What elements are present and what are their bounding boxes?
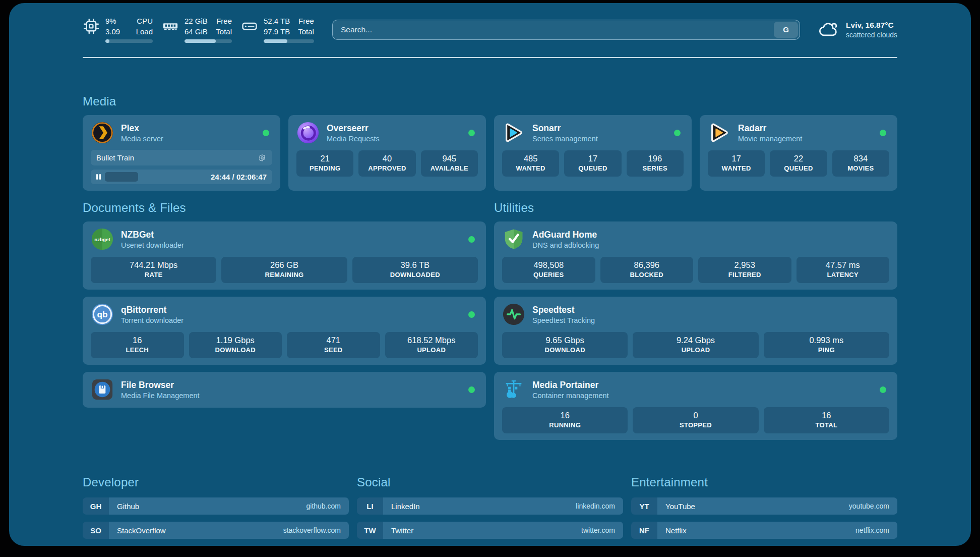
service-card-speedtest[interactable]: SpeedtestSpeedtest Tracking9.65 GbpsDOWN… [494, 297, 897, 365]
weather-location-temp: Lviv, 16.87°C [846, 21, 897, 30]
service-description: Media Requests [327, 135, 380, 143]
stat-label: TOTAL [767, 421, 886, 429]
service-card-sonarr[interactable]: SonarrSeries management485WANTED17QUEUED… [494, 115, 692, 191]
gear-icon[interactable] [258, 153, 267, 162]
stat-queued: 22QUEUED [770, 150, 827, 177]
bookmark-group-title: Developer [83, 475, 349, 489]
service-titles: SonarrSeries management [532, 123, 598, 143]
service-name: Overseerr [327, 123, 380, 134]
service-card-file-browser[interactable]: File BrowserMedia File Management [83, 372, 486, 408]
stat-label: QUEUED [773, 164, 824, 172]
service-name: Speedtest [532, 305, 595, 315]
ram-total-label: Total [216, 27, 232, 37]
bookmark-youtube[interactable]: YTYouTubeyoutube.com [631, 497, 897, 515]
bookmark-twitter[interactable]: TWTwittertwitter.com [357, 522, 623, 539]
stat-stopped: 0STOPPED [633, 407, 758, 433]
stat-upload: 9.24 GbpsUPLOAD [633, 332, 758, 358]
now-playing-bar[interactable]: Bullet Train [91, 150, 272, 165]
stat-label: WANTED [505, 164, 556, 172]
stat-downloaded: 39.6 TBDOWNLOADED [352, 257, 478, 283]
stat-value: 17 [711, 154, 762, 163]
service-card-media-portainer[interactable]: Media PortainerContainer management16RUN… [494, 372, 897, 440]
portainer-icon [502, 378, 525, 401]
stat-value: 0 [636, 411, 755, 420]
stat-latency: 47.57 msLATENCY [797, 257, 890, 283]
stat-series: 196SERIES [627, 150, 684, 177]
disk-progress-bar [264, 39, 314, 43]
service-card-radarr[interactable]: RadarrMovie management17WANTED22QUEUED83… [700, 115, 897, 191]
service-header: AdGuard HomeDNS and adblocking [502, 228, 889, 251]
cpu-stats: 9%3.09 CPULoad [83, 16, 153, 43]
system-resources: 9%3.09 CPULoad 22 GiB64 GiB FreeTotal [83, 16, 314, 43]
stat-label: DOWNLOAD [505, 346, 625, 354]
service-header: PlexMedia server [91, 121, 272, 144]
status-indicator [674, 130, 681, 136]
bookmark-stackoverflow[interactable]: SOStackOverflowstackoverflow.com [83, 522, 349, 539]
bookmark-url: twitter.com [581, 526, 615, 534]
service-header: File BrowserMedia File Management [91, 378, 478, 401]
stat-value: 39.6 TB [355, 260, 475, 270]
service-card-nzbget[interactable]: nzbgetNZBGetUsenet downloader744.21 Mbps… [83, 221, 486, 290]
stat-value: 22 [773, 154, 824, 163]
stat-value: 1.19 Gbps [192, 336, 279, 345]
stat-value: 86,396 [603, 260, 691, 270]
bookmark-name: Netflix [665, 526, 687, 535]
disk-stats: 52.4 TB97.9 TB FreeTotal [241, 16, 314, 43]
cpu-progress-bar [105, 39, 153, 43]
stat-label: LEECH [94, 346, 181, 354]
bookmark-name: Github [117, 502, 139, 511]
bookmark-group-title: Social [357, 475, 623, 489]
service-header: OverseerrMedia Requests [296, 121, 478, 144]
weather-widget[interactable]: Lviv, 16.87°C scattered clouds [818, 19, 897, 40]
overseerr-icon [296, 121, 320, 144]
status-indicator [468, 386, 475, 393]
stat-value: 16 [94, 336, 181, 345]
stat-label: BLOCKED [603, 271, 691, 278]
bookmark-netflix[interactable]: NFNetflixnetflix.com [631, 522, 897, 539]
weather-condition: scattered clouds [846, 31, 897, 39]
stat-value: 16 [767, 411, 886, 420]
bookmark-abbr: TW [357, 522, 383, 539]
stat-label: DOWNLOAD [192, 346, 279, 354]
search-provider-button[interactable]: G [774, 22, 798, 38]
service-description: Movie management [738, 135, 802, 143]
sonarr-icon [502, 121, 525, 144]
stat-blocked: 86,396BLOCKED [600, 257, 694, 283]
service-description: Media File Management [121, 392, 200, 400]
service-description: Torrent downloader [121, 316, 183, 324]
stat-approved: 40APPROVED [358, 150, 415, 177]
service-name: qBittorrent [121, 305, 183, 315]
service-card-plex[interactable]: PlexMedia serverBullet Train24:44 / 02:0… [83, 115, 280, 191]
service-card-qbittorrent[interactable]: qbqBittorrentTorrent downloader16LEECH1.… [83, 297, 486, 365]
section-title-documents: Documents & Files [83, 201, 486, 215]
stat-value: 618.52 Mbps [388, 336, 475, 345]
stat-pending: 21PENDING [296, 150, 353, 177]
service-card-adguard-home[interactable]: AdGuard HomeDNS and adblocking498,508QUE… [494, 221, 897, 290]
service-description: Usenet downloader [121, 241, 184, 249]
service-stats: 498,508QUERIES86,396BLOCKED2,953FILTERED… [502, 257, 889, 283]
bookmark-body: YouTubeyoutube.com [657, 497, 897, 515]
service-titles: qBittorrentTorrent downloader [121, 305, 183, 324]
bookmark-linkedin[interactable]: LILinkedInlinkedin.com [357, 497, 623, 515]
stat-queued: 17QUEUED [564, 150, 621, 177]
search-input[interactable] [332, 20, 800, 40]
ram-total: 64 GiB [185, 27, 208, 37]
disk-free: 52.4 TB [264, 16, 290, 27]
service-card-overseerr[interactable]: OverseerrMedia Requests21PENDING40APPROV… [288, 115, 486, 191]
stat-value: 744.21 Mbps [94, 260, 213, 270]
bookmark-github[interactable]: GHGithubgithub.com [83, 497, 349, 515]
stat-value: 40 [361, 154, 412, 163]
status-indicator [468, 130, 475, 136]
pause-icon[interactable] [96, 174, 101, 180]
service-description: Container management [532, 392, 609, 400]
media-progress-bar[interactable]: 24:44 / 02:06:47 [91, 170, 272, 184]
cpu-load-label: Load [136, 27, 153, 37]
service-stats: 9.65 GbpsDOWNLOAD9.24 GbpsUPLOAD0.993 ms… [502, 332, 889, 358]
stat-value: 17 [567, 154, 618, 163]
service-titles: File BrowserMedia File Management [121, 380, 200, 400]
ram-free: 22 GiB [185, 16, 208, 27]
stat-label: APPROVED [361, 164, 412, 172]
dashboard: 9%3.09 CPULoad 22 GiB64 GiB FreeTotal [9, 3, 971, 546]
service-name: Radarr [738, 123, 802, 134]
stat-label: SERIES [630, 164, 681, 172]
